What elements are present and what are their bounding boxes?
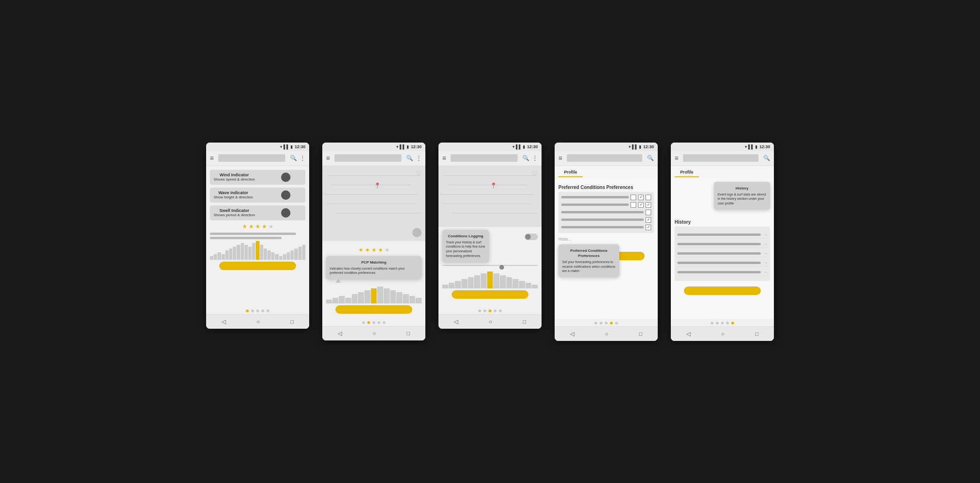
bottom-button-3[interactable] xyxy=(452,290,528,299)
bar-9 xyxy=(384,288,390,303)
wifi-icon-4: ▾ xyxy=(629,144,631,149)
recent-button-2[interactable]: □ xyxy=(407,330,410,337)
slider-thumb[interactable] xyxy=(499,265,504,270)
recent-button-1[interactable]: □ xyxy=(290,318,294,325)
search-icon-4[interactable]: 🔍 xyxy=(647,155,654,161)
back-button-1[interactable]: ◁ xyxy=(222,318,226,325)
back-button-3[interactable]: ◁ xyxy=(454,318,458,325)
search-icon-5[interactable]: 🔍 xyxy=(763,155,770,161)
bar-6 xyxy=(364,290,371,303)
battery-icon-2: ▮ xyxy=(407,144,409,149)
page-dots-4 xyxy=(555,319,658,326)
menu-icon-4[interactable]: ≡ xyxy=(558,154,562,162)
status-bar-2: ▾ ▌▌ ▮ 12:30 xyxy=(322,143,425,151)
screen4-phone: ▾ ▌▌ ▮ 12:30 ≡ 🔍 Profile Preferred Condi… xyxy=(555,143,658,341)
bottom-button-2[interactable] xyxy=(335,305,412,314)
bar-12 xyxy=(403,294,409,303)
bar-8 xyxy=(241,243,244,260)
wave-indicator-title: Wave Indicator xyxy=(214,190,253,195)
section-title-4: Preferred Conditions Preferences xyxy=(558,185,654,190)
dot-5-4 xyxy=(726,322,729,325)
m3-line-1 xyxy=(443,175,537,176)
profile-tab-4[interactable]: Profile xyxy=(558,168,583,177)
history-item-1[interactable]: → xyxy=(677,231,767,239)
history-list: → → → → → xyxy=(675,226,770,281)
bottom-button-1[interactable] xyxy=(219,262,296,270)
menu-icon-5[interactable]: ≡ xyxy=(675,154,678,162)
back-button-2[interactable]: ◁ xyxy=(338,330,342,337)
bar-3 xyxy=(222,254,225,260)
home-button-2[interactable]: ○ xyxy=(372,330,376,337)
dot-2-3 xyxy=(372,321,375,324)
recent-button-3[interactable]: □ xyxy=(523,318,526,325)
bar-24 xyxy=(302,245,305,260)
menu-icon-2[interactable]: ≡ xyxy=(326,154,330,162)
wind-circle xyxy=(281,173,290,182)
swell-indicator-subtitle: Shows period & direction xyxy=(214,213,255,217)
s2-star-1: ★ xyxy=(358,247,364,253)
bar-5 xyxy=(474,275,480,288)
wind-indicator-card: Wind Indicator Shows speed & direction xyxy=(210,170,305,185)
history-item-5[interactable]: → xyxy=(677,269,767,276)
bar-2 xyxy=(455,281,461,288)
cb-3-1[interactable] xyxy=(646,210,651,215)
more-icon-1[interactable]: ⋮ xyxy=(300,155,305,161)
home-button-1[interactable]: ○ xyxy=(256,318,260,325)
history-item-2[interactable]: → xyxy=(677,241,767,248)
cb-2-1[interactable] xyxy=(631,202,636,208)
cb-5-1[interactable]: ✓ xyxy=(646,225,651,230)
star-4: ★ xyxy=(262,223,267,230)
bar-7 xyxy=(371,288,377,303)
pcp-tooltip: PCP Matching Indicates how closely curre… xyxy=(326,256,422,279)
bottom-button-5[interactable] xyxy=(684,287,760,295)
bar-19 xyxy=(283,254,286,260)
cb-2-3[interactable]: ✓ xyxy=(646,202,651,208)
back-button-4[interactable]: ◁ xyxy=(570,331,574,337)
bar-0 xyxy=(326,300,332,303)
bar-7 xyxy=(237,245,240,260)
more-icon-3[interactable]: ⋮ xyxy=(532,155,538,161)
back-button-5[interactable]: ◁ xyxy=(686,331,690,337)
bar-chart-1 xyxy=(210,241,305,260)
history-tooltip-body: Event logs & surf stats are stored in th… xyxy=(718,192,766,206)
bar-6 xyxy=(481,273,487,288)
recent-button-5[interactable]: □ xyxy=(755,331,758,337)
screen2-phone: ▾ ▌▌ ▮ 12:30 ≡ 🔍 ⋮ ♡ 📍 xyxy=(322,143,425,341)
toggle-switch-1[interactable] xyxy=(525,234,538,240)
status-icons-1: ▾ ▌▌ ▮ xyxy=(280,144,293,149)
search-icon-1[interactable]: 🔍 xyxy=(290,155,297,161)
more-icon-2[interactable]: ⋮ xyxy=(416,155,422,161)
dot-4-2 xyxy=(600,322,602,325)
bar-17 xyxy=(275,254,278,260)
wave-circle xyxy=(281,190,290,200)
home-button-3[interactable]: ○ xyxy=(489,318,492,325)
recent-button-4[interactable]: □ xyxy=(639,331,642,337)
cb-1-1[interactable] xyxy=(631,195,636,200)
cb-1-3[interactable] xyxy=(646,195,651,200)
profile-tab-5[interactable]: Profile xyxy=(675,168,699,177)
map-circle-btn[interactable] xyxy=(412,228,422,237)
cb-4-1[interactable]: ✓ xyxy=(646,217,651,223)
cb-2-2[interactable]: ✓ xyxy=(638,202,644,208)
home-button-4[interactable]: ○ xyxy=(605,331,608,337)
bar-3 xyxy=(345,298,351,303)
bar-10 xyxy=(506,277,512,288)
bar-14 xyxy=(264,249,267,260)
wind-indicator-widget xyxy=(281,173,302,182)
home-button-5[interactable]: ○ xyxy=(721,331,724,337)
cb-1-2[interactable]: ✓ xyxy=(638,195,644,200)
search-icon-2[interactable]: 🔍 xyxy=(406,155,413,161)
battery-icon-3: ▮ xyxy=(523,144,525,149)
nav-bar-2: ◁ ○ □ xyxy=(322,326,425,340)
s2-star-2: ★ xyxy=(365,247,370,253)
dot-1-2 xyxy=(251,309,254,312)
pcp-tooltip-container: PCP Matching Indicates how closely curre… xyxy=(326,256,422,283)
search-icon-3[interactable]: 🔍 xyxy=(522,155,529,161)
conditions-tooltip: Conditions Logging Track your history & … xyxy=(442,230,489,262)
menu-icon-3[interactable]: ≡ xyxy=(442,154,446,162)
menu-icon-1[interactable]: ≡ xyxy=(210,154,214,162)
history-item-4[interactable]: → xyxy=(677,259,767,267)
bar-2 xyxy=(339,296,345,303)
history-item-3[interactable]: → xyxy=(677,250,767,257)
toggle-area xyxy=(492,232,538,242)
